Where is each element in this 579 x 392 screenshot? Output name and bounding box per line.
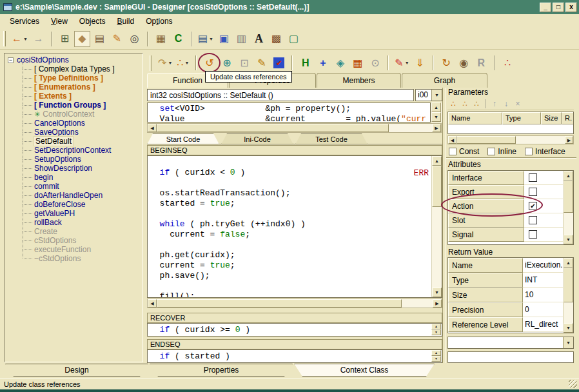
maximize-button[interactable]: □: [553, 3, 564, 12]
add-tool-button[interactable]: +: [315, 55, 331, 71]
column-type[interactable]: Type: [502, 112, 541, 124]
checkbox-interface[interactable]: [529, 173, 537, 182]
scroll-left-button[interactable]: [148, 124, 157, 132]
code-editor-endseq[interactable]: if ( started ): [147, 349, 442, 363]
code-tab-ini-code[interactable]: Ini-Code: [221, 133, 293, 144]
tab-context-class[interactable]: Context Class: [294, 364, 435, 377]
tab-graph[interactable]: Graph: [402, 73, 487, 88]
chevron-down-icon[interactable]: [431, 90, 442, 101]
mini-scrollbar[interactable]: [431, 350, 442, 362]
attributes-vertical-scrollbar[interactable]: [563, 171, 573, 244]
tree-item-begin[interactable]: begin: [5, 173, 142, 182]
declarations-vertical-scrollbar[interactable]: [431, 103, 442, 122]
scrollbar-thumb[interactable]: [564, 181, 573, 213]
class-interface-button[interactable]: C: [170, 31, 186, 47]
resize-grip-icon[interactable]: [569, 380, 577, 388]
rename-references-button[interactable]: R: [473, 55, 489, 71]
context-combobox[interactable]: [447, 337, 574, 349]
dial-button[interactable]: ◎: [126, 31, 142, 47]
parameters-table[interactable]: NameTypeSizeR.: [447, 112, 574, 134]
code-horizontal-scrollbar[interactable]: [147, 299, 442, 308]
menu-services[interactable]: Services: [4, 15, 45, 27]
tree-item-showdescription[interactable]: ShowDescription: [5, 164, 142, 173]
tree-item-enumerations[interactable]: [ Enumerations ]: [5, 83, 142, 92]
scroll-right-button[interactable]: [565, 136, 573, 144]
object-tree-button[interactable]: ⊞: [57, 31, 73, 47]
tree-item-setupoptions[interactable]: SetupOptions: [5, 155, 142, 164]
import-grid-button[interactable]: ▦: [153, 31, 169, 47]
menu-options[interactable]: Options: [140, 15, 178, 27]
tree-item-executefunction[interactable]: executeFunction: [5, 245, 142, 254]
tree-item-complex-data-types[interactable]: [ Complex Data Types ]: [5, 64, 142, 74]
tree-item-extents[interactable]: [ Extents ]: [5, 92, 142, 101]
grid-update-button[interactable]: ▦: [349, 55, 366, 71]
declarations-horizontal-scrollbar[interactable]: [147, 123, 442, 133]
close-button[interactable]: x: [565, 3, 577, 12]
scroll-down-button[interactable]: [431, 356, 441, 362]
code-tab-start-code[interactable]: Start Code: [147, 133, 219, 144]
class-graph-button[interactable]: ∴: [500, 55, 516, 71]
tab-members[interactable]: Members: [317, 73, 401, 88]
insert-parameter-button[interactable]: ∴: [459, 98, 471, 110]
tree-item-controlcontext[interactable]: ✳ControlContext: [5, 110, 142, 119]
checkbox-slot[interactable]: [529, 216, 537, 224]
scrollbar-track[interactable]: [432, 207, 442, 288]
add-parameter-button[interactable]: ∴: [447, 98, 459, 110]
context-input[interactable]: [447, 351, 574, 363]
scrollbar-thumb[interactable]: [157, 299, 402, 308]
scrollbar-track[interactable]: [564, 213, 573, 235]
edit-code-button[interactable]: ✎▼: [393, 55, 410, 71]
checkbox-interface[interactable]: Interface: [525, 147, 565, 156]
new-class-object-button[interactable]: ∴▼: [175, 55, 191, 71]
edit-document-button[interactable]: ✎: [109, 31, 125, 47]
scrollbar-track[interactable]: [516, 136, 565, 144]
code-editor-beginseq[interactable]: ERR if ( curidx < 0 ) os.startReadTransa…: [147, 155, 442, 298]
tab-properties[interactable]: Properties: [150, 364, 293, 377]
declarations-editor[interactable]: set<VOID> &ph = property(); Value &curre…: [147, 103, 431, 122]
tree-item-function-groups[interactable]: [ Function Groups ]: [5, 101, 142, 110]
forward-arrow-button[interactable]: →: [30, 31, 46, 47]
update-class-references-button[interactable]: ↺: [201, 55, 217, 71]
scroll-left-button[interactable]: [148, 299, 157, 308]
scroll-down-button[interactable]: [564, 323, 573, 333]
stamp-tool-button[interactable]: ◈: [332, 55, 348, 71]
print-device-button[interactable]: ▥: [233, 31, 250, 47]
title-bar[interactable]: e:\Sample\Sample.dev : SampleGUI - Desig…: [0, 0, 579, 14]
tree-item-getvalueph[interactable]: getValuePH: [5, 209, 142, 218]
tab-design[interactable]: Design: [5, 364, 148, 377]
check-option-button[interactable]: ✔: [271, 55, 287, 71]
minimize-button[interactable]: _: [540, 3, 551, 12]
class-tree-panel[interactable]: cosiStdOptions[ Complex Data Types ][ Ty…: [4, 53, 143, 362]
move-up-button[interactable]: ↑: [489, 98, 500, 110]
back-arrow-button[interactable]: ←▼: [10, 31, 29, 47]
scrollbar-thumb[interactable]: [432, 166, 442, 207]
scroll-down-button[interactable]: [431, 112, 441, 122]
notebook-button[interactable]: ▤: [92, 31, 108, 47]
delete-parameter-button[interactable]: ×: [512, 98, 524, 110]
font-button[interactable]: A: [251, 31, 267, 47]
tree-item-type-definitions[interactable]: [ Type Definitions ]: [5, 74, 142, 83]
export-document-button[interactable]: ⇓: [412, 55, 428, 71]
tree-item-rollback[interactable]: rollBack: [5, 218, 142, 227]
scroll-up-button[interactable]: [431, 350, 441, 356]
menu-view[interactable]: View: [45, 15, 74, 27]
scroll-down-button[interactable]: [564, 235, 573, 244]
tree-item-cstdoptions[interactable]: ~cStdOptions: [5, 254, 142, 263]
column-size[interactable]: Size: [541, 112, 562, 124]
return-value-table[interactable]: NameiExecution...TypeINTSize10Precision0…: [447, 257, 574, 333]
tree-item-dobeforeclose[interactable]: doBeforeClose: [5, 200, 142, 209]
instance-combobox[interactable]: i00: [415, 89, 442, 101]
class-tool-button[interactable]: ⊡: [236, 55, 252, 71]
return-vertical-scrollbar[interactable]: [563, 258, 573, 333]
scrollbar-track[interactable]: [402, 299, 433, 308]
eraser-button[interactable]: ◆: [74, 31, 90, 47]
tree-item-doafterhandleopen[interactable]: doAfterHandleOpen: [5, 191, 142, 200]
scroll-down-button[interactable]: [431, 329, 441, 335]
scrollbar-thumb[interactable]: [157, 124, 389, 132]
mini-scrollbar[interactable]: [431, 324, 442, 336]
tree-item-cosistdoptions[interactable]: cosiStdOptions: [5, 55, 142, 64]
print-button[interactable]: ▣: [216, 31, 232, 47]
scroll-right-button[interactable]: [433, 299, 442, 308]
tree-item-commit[interactable]: commit: [5, 182, 142, 191]
scroll-right-button[interactable]: [432, 124, 441, 132]
